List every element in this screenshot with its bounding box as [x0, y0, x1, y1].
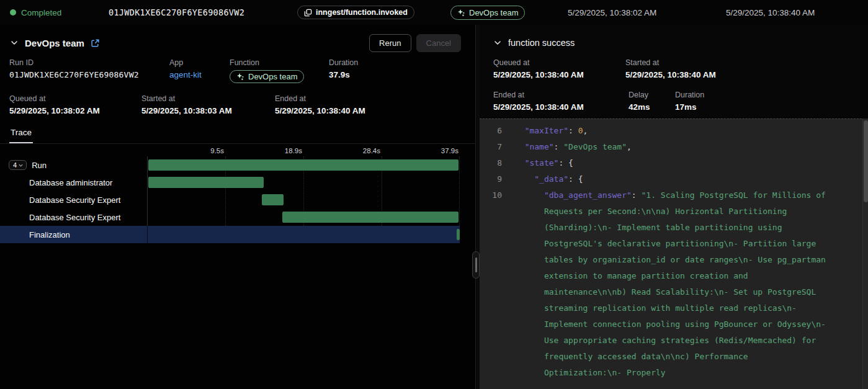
run-id-top: 01JWDK1XE6C270F6YE69086VW2: [109, 0, 244, 25]
step-duration-label: Duration: [675, 91, 868, 99]
function-badge-label: DevOps team: [469, 8, 518, 17]
run-id-label: Run ID: [9, 58, 169, 67]
trace-row-label: Database Security Expert: [29, 213, 120, 222]
trace-time-axis: 9.5s 18.9s 28.4s 37.9s: [0, 146, 460, 156]
step-delay-field: Delay 42ms: [629, 91, 675, 112]
trace-row-run[interactable]: 4 Run: [0, 156, 460, 174]
step-queued-label: Queued at: [493, 58, 625, 67]
step-count: 4: [13, 161, 17, 169]
ended-at-top: 5/29/2025, 10:38:40 AM: [726, 0, 815, 25]
axis-tick: 18.9s: [285, 147, 303, 154]
code-lines: 6"maxIter": 0,7"name": "DevOps team",8"s…: [480, 123, 868, 381]
trace-row-label: Run: [32, 161, 47, 170]
copy-icon: [304, 9, 312, 17]
axis-tick: 9.5s: [210, 147, 225, 154]
code-scrollbar-thumb[interactable]: [864, 120, 868, 202]
tab-trace[interactable]: Trace: [9, 125, 33, 143]
app-field: App agent-kit: [169, 58, 230, 83]
status-dot-icon: [10, 9, 16, 16]
trace-bar[interactable]: [457, 229, 460, 240]
trigger-event-badge[interactable]: inngest/function.invoked: [297, 0, 414, 25]
started-at-label: Started at: [141, 94, 275, 103]
function-badge[interactable]: DevOps team: [230, 70, 304, 83]
code-line: 8"state": {: [480, 155, 868, 171]
duration-value: 37.9s: [329, 70, 475, 79]
trace-row-step[interactable]: Database administrator: [0, 174, 460, 191]
chevron-down-icon[interactable]: [493, 38, 502, 47]
trigger-event-label: inngest/function.invoked: [316, 8, 408, 17]
step-count-toggle[interactable]: 4: [9, 160, 27, 170]
status-label: Completed: [21, 8, 61, 17]
step-duration-value: 17ms: [675, 102, 868, 112]
chevron-down-icon[interactable]: [10, 38, 19, 47]
trace-rows: 4 Run Database administrator Database: [0, 156, 460, 243]
code-line: 7"name": "DevOps team",: [480, 139, 868, 155]
trace-row-label: Database Security Expert: [29, 195, 120, 205]
trace-waterfall: 9.5s 18.9s 28.4s 37.9s 4: [0, 146, 460, 243]
trace-row-label: Finalization: [29, 230, 70, 239]
started-at-value: 5/29/2025, 10:38:03 AM: [141, 106, 275, 115]
trace-bar-run[interactable]: [148, 159, 459, 171]
function-field: Function DevOps team: [230, 58, 329, 83]
chevron-down-icon: [18, 163, 24, 168]
code-line: 10"dba_agent_answer": "1. Scaling Postgr…: [480, 187, 868, 381]
run-header-bar: Completed 01JWDK1XE6C270F6YE69086VW2 inn…: [0, 0, 868, 25]
step-started-label: Started at: [625, 58, 868, 67]
ended-at-value: 5/29/2025, 10:38:40 AM: [275, 106, 475, 115]
panel-resize-handle[interactable]: [472, 251, 480, 279]
app-label: App: [169, 58, 230, 67]
external-link-icon[interactable]: [91, 38, 100, 48]
run-times-grid: Queued at 5/29/2025, 10:38:02 AM Started…: [0, 89, 475, 122]
duration-label: Duration: [329, 58, 475, 67]
step-output-code: 6"maxIter": 0,7"name": "DevOps team",8"s…: [480, 118, 868, 389]
function-badge-text: DevOps team: [248, 72, 297, 81]
step-delay-label: Delay: [629, 91, 675, 99]
step-started-field: Started at 5/29/2025, 10:38:40 AM: [625, 58, 868, 79]
sparkle-icon: [236, 73, 244, 81]
step-ended-field: Ended at 5/29/2025, 10:38:40 AM: [493, 91, 629, 112]
started-at-field: Started at 5/29/2025, 10:38:03 AM: [141, 94, 275, 115]
trace-bar[interactable]: [282, 212, 459, 223]
run-details-panel: DevOps team Rerun Cancel Run ID 01JWDK1X…: [0, 25, 475, 389]
panel-divider: [475, 25, 480, 389]
code-line: 9"_data": {: [480, 171, 868, 187]
axis-tick: 37.9s: [441, 147, 460, 154]
app-link[interactable]: agent-kit: [169, 70, 230, 79]
trace-row-finalization[interactable]: Finalization: [0, 226, 460, 243]
step-details-panel: function success Queued at 5/29/2025, 10…: [480, 25, 868, 389]
sparkle-icon: [457, 9, 465, 17]
function-label: Function: [230, 58, 329, 67]
ended-at-label: Ended at: [275, 94, 475, 103]
trace-row-step[interactable]: Database Security Expert: [0, 191, 460, 208]
trace-bar[interactable]: [148, 177, 264, 188]
step-title: function success: [508, 38, 575, 48]
step-queued-value: 5/29/2025, 10:38:40 AM: [493, 70, 625, 79]
function-badge-top[interactable]: DevOps team: [450, 0, 525, 25]
ended-at-field: Ended at 5/29/2025, 10:38:40 AM: [275, 94, 475, 115]
queued-at-top: 5/29/2025, 10:38:02 AM: [568, 0, 656, 25]
trace-row-step[interactable]: Database Security Expert: [0, 208, 460, 226]
step-delay-value: 42ms: [629, 102, 675, 112]
step-duration-field: Duration 17ms: [675, 91, 868, 112]
trace-row-label: Database administrator: [29, 178, 112, 187]
cancel-button[interactable]: Cancel: [416, 34, 461, 52]
run-info-grid: Run ID 01JWDK1XE6C270F6YE69086VW2 App ag…: [0, 53, 475, 89]
queued-at-label: Queued at: [9, 94, 141, 103]
run-status: Completed: [10, 0, 61, 25]
axis-tick: 28.4s: [363, 147, 382, 154]
step-started-value: 5/29/2025, 10:38:40 AM: [625, 70, 868, 79]
duration-field: Duration 37.9s: [329, 58, 475, 83]
run-title: DevOps team: [25, 38, 84, 48]
rerun-button[interactable]: Rerun: [369, 34, 411, 52]
run-id-field: Run ID 01JWDK1XE6C270F6YE69086VW2: [9, 58, 169, 83]
left-tabbar: Trace: [0, 122, 475, 144]
code-line: 6"maxIter": 0,: [480, 123, 868, 139]
step-times-grid-2: Ended at 5/29/2025, 10:38:40 AM Delay 42…: [480, 86, 868, 118]
queued-at-value: 5/29/2025, 10:38:02 AM: [9, 106, 141, 115]
trace-bar[interactable]: [262, 194, 284, 205]
step-ended-value: 5/29/2025, 10:38:40 AM: [493, 102, 629, 112]
step-queued-field: Queued at 5/29/2025, 10:38:40 AM: [493, 58, 625, 79]
step-times-grid-1: Queued at 5/29/2025, 10:38:40 AM Started…: [480, 53, 868, 86]
code-scrollbar[interactable]: [862, 118, 868, 389]
run-id-value: 01JWDK1XE6C270F6YE69086VW2: [9, 70, 169, 79]
